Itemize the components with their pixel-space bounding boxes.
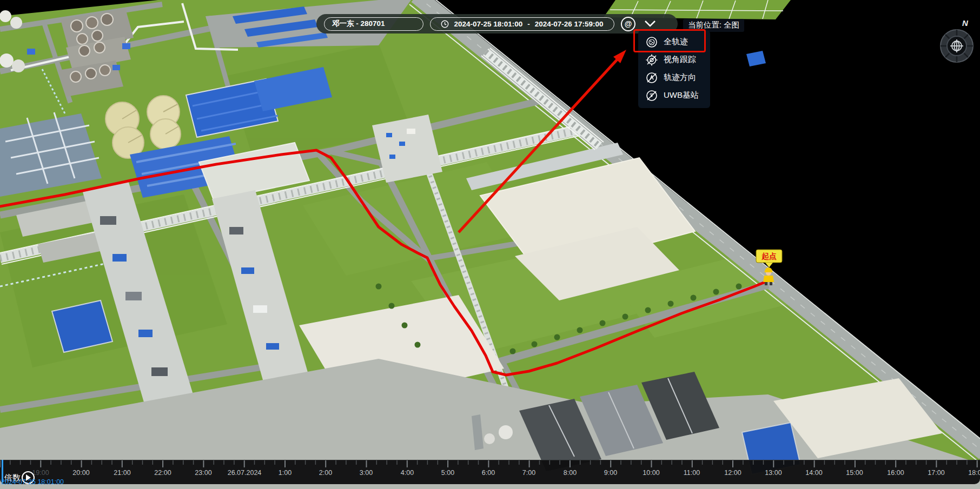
timeline-hour-label: 10:00: [643, 469, 659, 477]
timeline-hour-label: 18:00: [968, 469, 980, 477]
track-direction-icon: [645, 71, 658, 84]
timeline-hour-label: 14:00: [805, 469, 822, 477]
timeline-hour-label: 12:00: [724, 469, 741, 477]
timeline-hour-label: 16:00: [887, 469, 904, 477]
timeline-hour-label: 9:00: [604, 469, 617, 477]
uwb-station-icon: [645, 89, 658, 102]
map-3d-scene[interactable]: 起点: [0, 0, 980, 489]
current-time-label: 2024-07-25 18:01:00: [1, 478, 64, 486]
menu-item-view-follow[interactable]: 视角跟踪: [638, 51, 710, 69]
timeline-hour-label: 19:00: [32, 469, 49, 477]
top-toolbar: 邓一东 - 280701 2024-07-25 18:01:00 - 2024-…: [316, 14, 678, 34]
range-start: 2024-07-25 18:01:00: [454, 20, 522, 28]
menu-item-label: 全轨迹: [664, 37, 688, 47]
clock-icon: [441, 20, 449, 28]
time-range-picker[interactable]: 2024-07-25 18:01:00 - 2024-07-26 17:59:0…: [430, 17, 614, 31]
start-point-label: 起点: [761, 252, 777, 260]
timeline-hour-label: 21:00: [114, 469, 130, 477]
person-selector-value: 邓一东 - 280701: [332, 19, 385, 29]
compass[interactable]: N: [936, 17, 979, 65]
menu-item-label: UWB基站: [664, 90, 699, 101]
track-options-menu: 全轨迹 视角跟踪 轨迹方向: [638, 30, 710, 108]
timeline-hour-label: 8:00: [564, 469, 577, 477]
timeline-ticks: [0, 460, 980, 469]
timeline-hour-label: 20:00: [72, 469, 89, 477]
locate-icon: @: [625, 19, 632, 28]
timeline-bar[interactable]: 19:0020:0021:0022:0023:0026.07.20241:002…: [0, 460, 980, 484]
compass-north-label: N: [962, 18, 969, 28]
timeline-hour-label: 7:00: [522, 469, 535, 477]
timeline-hour-label: 17:00: [928, 469, 944, 477]
full-track-icon: [645, 36, 658, 49]
timeline-hour-label: 2:00: [319, 469, 332, 477]
timeline-hour-label: 4:00: [401, 469, 414, 477]
timeline-hour-label: 3:00: [360, 469, 373, 477]
menu-item-label: 视角跟踪: [664, 55, 696, 65]
menu-item-full-track[interactable]: 全轨迹: [638, 33, 710, 51]
range-separator: -: [527, 20, 530, 28]
timeline-hour-label: 22:00: [154, 469, 171, 477]
current-location-label: 当前位置: 全图: [688, 21, 739, 29]
chevron-down-icon: [644, 20, 657, 28]
app-window: 起点 邓一东 - 280701 2024-07-25 18:01:00 - 20…: [0, 0, 980, 489]
locate-button[interactable]: @: [621, 17, 635, 31]
timeline-hour-label: 23:00: [195, 469, 211, 477]
timeline-hour-label: 6:00: [482, 469, 495, 477]
timeline-hour-label: 5:00: [441, 469, 454, 477]
menu-item-label: 轨迹方向: [664, 72, 696, 83]
collapse-chevron-button[interactable]: [642, 17, 658, 31]
range-end: 2024-07-26 17:59:00: [535, 20, 604, 28]
timeline-hour-label: 15:00: [846, 469, 863, 477]
timeline-hour-label: 26.07.2024: [228, 469, 262, 477]
timeline-hour-label: 11:00: [684, 469, 700, 477]
view-follow-icon: [645, 53, 658, 66]
menu-item-track-direction[interactable]: 轨迹方向: [638, 69, 710, 86]
person-selector[interactable]: 邓一东 - 280701: [324, 17, 423, 31]
timeline-hour-label: 13:00: [765, 469, 782, 477]
menu-item-uwb-station[interactable]: UWB基站: [638, 86, 710, 104]
timeline-hour-label: 1:00: [279, 469, 292, 477]
